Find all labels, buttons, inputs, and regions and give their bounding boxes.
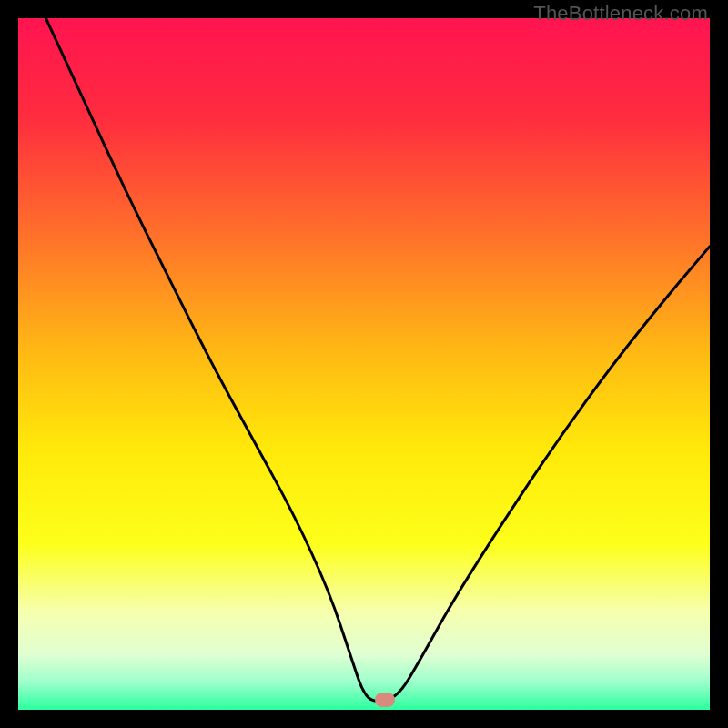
optimal-marker xyxy=(375,693,395,707)
bottleneck-curve xyxy=(18,18,710,710)
plot-area xyxy=(18,18,710,710)
chart-frame: TheBottleneck.com xyxy=(0,0,728,728)
watermark-text: TheBottleneck.com xyxy=(533,2,708,25)
